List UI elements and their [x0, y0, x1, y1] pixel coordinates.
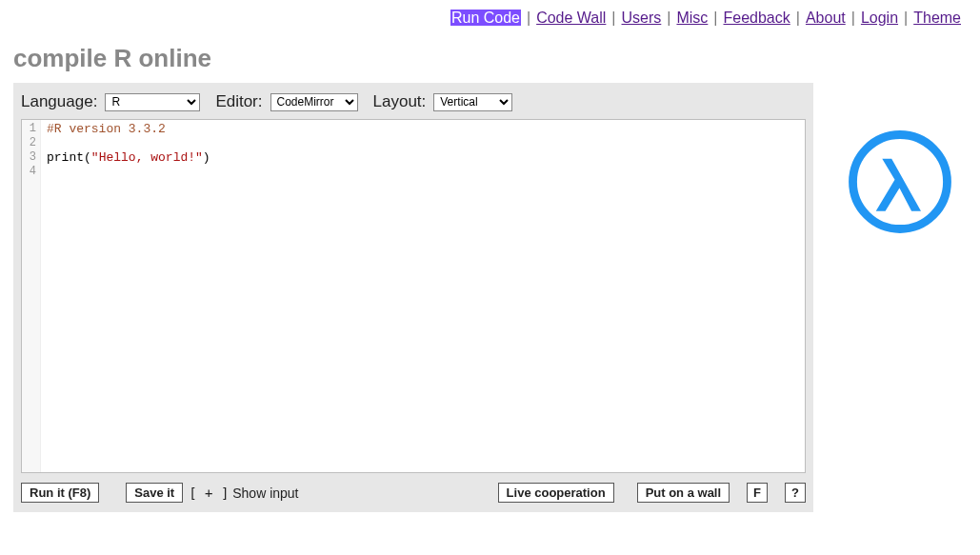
nav-link-about[interactable]: About	[806, 10, 846, 26]
controls-row: Language: R Editor: CodeMirror Layout: V…	[21, 92, 806, 119]
nav-link-users[interactable]: Users	[622, 10, 662, 26]
code-area[interactable]: #R version 3.3.2 print("Hello, world!")	[41, 120, 216, 472]
nav-link-feedback[interactable]: Feedback	[724, 10, 790, 26]
plus-icon: [ + ]	[189, 486, 229, 501]
code-token: "Hello, world!"	[91, 150, 203, 165]
code-line[interactable]	[47, 136, 210, 150]
code-line[interactable]: #R version 3.3.2	[47, 122, 210, 136]
layout-label: Layout:	[373, 92, 427, 111]
show-input-label: Show input	[232, 486, 298, 501]
fullscreen-button[interactable]: F	[747, 483, 768, 503]
nav-separator: |	[796, 10, 800, 26]
nav-separator: |	[904, 10, 908, 26]
bottom-toolbar: Run it (F8) Save it [ + ] Show input Liv…	[21, 473, 806, 505]
line-number: 4	[26, 165, 36, 179]
nav-link-run-code[interactable]: Run Code	[450, 10, 521, 26]
top-nav: Run Code|Code Wall|Users|Misc|Feedback|A…	[0, 0, 980, 32]
language-label: Language:	[21, 92, 97, 111]
line-number: 3	[26, 150, 36, 165]
nav-separator: |	[527, 10, 530, 26]
language-select[interactable]: R	[105, 93, 200, 111]
run-button[interactable]: Run it (F8)	[21, 483, 99, 503]
nav-link-misc[interactable]: Misc	[676, 10, 708, 26]
code-token: (	[84, 150, 91, 165]
put-on-wall-button[interactable]: Put on a wall	[637, 483, 730, 503]
line-number: 1	[26, 122, 36, 136]
line-number: 2	[26, 136, 36, 150]
code-token: #R version 3.3.2	[47, 122, 166, 136]
nav-separator: |	[851, 10, 855, 26]
nav-separator: |	[667, 10, 670, 26]
help-button[interactable]: ?	[785, 483, 806, 503]
code-editor[interactable]: 1234 #R version 3.3.2 print("Hello, worl…	[21, 119, 806, 473]
nav-separator: |	[611, 10, 615, 26]
nav-link-theme[interactable]: Theme	[913, 10, 961, 26]
save-button[interactable]: Save it	[126, 483, 183, 503]
code-token: print	[47, 150, 84, 165]
editor-select[interactable]: CodeMirror	[270, 93, 358, 111]
code-line[interactable]: print("Hello, world!")	[47, 150, 210, 165]
editor-label: Editor:	[215, 92, 262, 111]
lambda-logo-icon	[848, 129, 952, 234]
nav-link-code-wall[interactable]: Code Wall	[536, 10, 606, 26]
live-cooperation-button[interactable]: Live cooperation	[498, 483, 614, 503]
workspace-panel: Language: R Editor: CodeMirror Layout: V…	[13, 83, 813, 512]
code-line[interactable]	[47, 165, 210, 179]
line-gutter: 1234	[22, 120, 41, 472]
show-input-toggle[interactable]: [ + ] Show input	[189, 486, 298, 501]
code-token: )	[203, 150, 210, 165]
page-title: compile R online	[0, 32, 980, 83]
nav-link-login[interactable]: Login	[861, 10, 898, 26]
nav-separator: |	[713, 10, 717, 26]
layout-select[interactable]: Vertical	[433, 93, 512, 111]
